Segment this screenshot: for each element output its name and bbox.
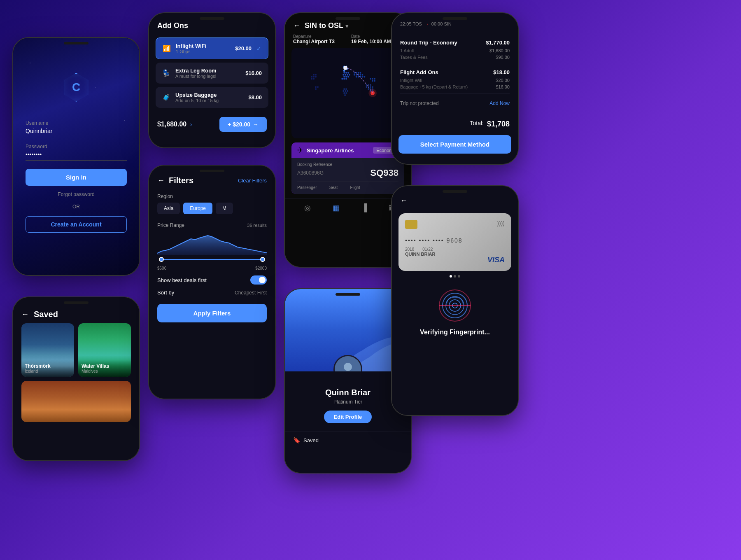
baggage-label: Baggage +5 kg (Depart & Return) — [400, 84, 468, 89]
price-slider-min[interactable] — [159, 257, 164, 262]
saved-item-extra[interactable] — [21, 381, 131, 422]
forgot-password-link[interactable]: Forgot password — [13, 191, 139, 197]
addon-baggage[interactable]: 🧳 Upsize Baggage Add on 5, 10 or 15 kg $… — [156, 87, 268, 108]
svg-point-55 — [370, 90, 371, 92]
saved-bar-label[interactable]: Saved — [303, 437, 319, 443]
price-slider-max[interactable] — [260, 257, 265, 262]
trip-price: $1,770.00 — [486, 40, 510, 46]
flight-map: // Will generate dots via JS below — [291, 48, 404, 138]
svg-point-30 — [372, 80, 373, 82]
wifi-row: Inflight Wifi $20.00 — [392, 77, 518, 84]
addon-next-button[interactable]: + $20.00 → — [219, 117, 267, 132]
addon-wifi-price: $20.00 — [235, 45, 252, 51]
seat-icon: 💺 — [162, 69, 170, 77]
passenger-col: Passenger — [297, 185, 317, 190]
svg-point-29 — [374, 78, 375, 80]
route-dropdown-icon[interactable]: ▾ — [345, 23, 348, 29]
card-meta: 2018 01/22 — [405, 247, 505, 252]
addon-wifi-name: Inflight WiFi — [176, 43, 230, 49]
divider-line-left — [26, 207, 68, 207]
signin-button[interactable]: Sign In — [26, 169, 127, 186]
maldives-country: Maldives — [82, 369, 128, 373]
flight-back-button[interactable]: ← — [293, 21, 301, 30]
fingerprint-label: Verifying Fingerprint... — [400, 329, 510, 336]
clear-filters-button[interactable]: Clear Filters — [238, 177, 267, 184]
addon-chevron: › — [190, 121, 192, 128]
adult-row: 1 Adult $1,680.00 — [392, 47, 518, 54]
svg-point-2 — [347, 72, 349, 74]
addon-wifi[interactable]: 📶 Inflight WiFi 1 Gbps $20.00 ✓ — [156, 37, 268, 59]
saved-grid: Thórsmörk Iceland Water Villas Maldives — [13, 323, 139, 377]
or-text: OR — [72, 204, 80, 210]
svg-point-62 — [311, 78, 312, 80]
saved-extra-row — [13, 377, 139, 422]
phone-payment: ← )))) •••• •••• •••• 9608 2018 01/22 QU… — [391, 185, 519, 416]
svg-point-42 — [343, 92, 345, 94]
card-expiry: 01/22 — [422, 247, 433, 252]
addon-legroom[interactable]: 💺 Extra Leg Room A must for long legs! $… — [156, 63, 268, 84]
asia-dots — [354, 72, 375, 82]
trip-type-label: Round Trip - Economy — [400, 40, 457, 46]
username-field: Username Quinnbriar — [26, 120, 127, 137]
taxes-price: $90.00 — [496, 55, 510, 60]
addon-wifi-check: ✓ — [256, 45, 261, 52]
payment-back-button[interactable]: ← — [400, 196, 408, 205]
svg-point-6 — [349, 74, 350, 76]
addon-total-area: $1,680.00 › — [157, 121, 192, 128]
region-label: Region — [157, 194, 267, 199]
region-asia[interactable]: Asia — [157, 203, 180, 214]
passenger-row: Passenger Seat Flight — [297, 182, 398, 190]
svg-point-0 — [343, 72, 345, 74]
region-europe[interactable]: Europe — [183, 203, 212, 214]
filters-title: Filters — [169, 176, 234, 185]
nav-location-icon[interactable]: ◎ — [304, 203, 311, 212]
username-input[interactable]: Quinnbriar — [26, 128, 127, 137]
nav-ticket-icon[interactable]: ▦ — [333, 203, 340, 212]
card-valid-from: 2018 — [405, 247, 414, 252]
svg-point-65 — [317, 86, 319, 88]
password-input[interactable]: •••••••• — [26, 151, 127, 161]
svg-point-1 — [345, 72, 347, 74]
payment-header: ← — [392, 186, 518, 209]
fingerprint-icon — [438, 289, 471, 322]
slider-track — [164, 259, 260, 260]
phone-login: C Username Quinnbriar Password •••••••• … — [12, 37, 140, 276]
trip-protect-label: Trip not protected — [400, 100, 439, 106]
iceland-country: Iceland — [25, 369, 71, 373]
filter-back-button[interactable]: ← — [157, 176, 165, 185]
airline-name: Singapore Airlines — [307, 147, 354, 154]
svg-point-15 — [358, 72, 359, 74]
svg-point-31 — [374, 80, 375, 82]
map-svg: // Will generate dots via JS below — [291, 48, 404, 138]
price-range-header: Price Range 36 results — [149, 218, 275, 228]
back-button[interactable]: ← — [21, 310, 29, 319]
add-now-link[interactable]: Add Now — [489, 100, 510, 106]
addon-next-arrow: → — [253, 121, 259, 128]
best-deals-toggle[interactable] — [250, 275, 267, 285]
svg-point-37 — [343, 88, 345, 90]
divider1 — [400, 64, 510, 64]
saved-item-maldives[interactable]: Water Villas Maldives — [78, 323, 131, 377]
filters-header: ← Filters Clear Filters — [149, 166, 275, 189]
saved-item-iceland[interactable]: Thórsmörk Iceland — [21, 323, 74, 377]
europe-dots — [341, 72, 350, 80]
total-row: Total: $1,708 — [392, 117, 518, 132]
svg-point-53 — [370, 88, 371, 90]
edit-profile-button[interactable]: Edit Profile — [324, 411, 372, 423]
date-detail: Date 19 Feb, 10:00 AM — [351, 34, 391, 44]
addon-legroom-info: Extra Leg Room A must for long legs! — [175, 68, 240, 79]
nav-chart-icon[interactable]: ▐ — [361, 203, 367, 212]
region-more[interactable]: M — [216, 203, 233, 214]
svg-point-47 — [370, 84, 371, 86]
or-divider: OR — [26, 204, 127, 210]
svg-point-48 — [366, 86, 367, 88]
create-account-button[interactable]: Create an Account — [26, 216, 127, 233]
select-payment-button[interactable]: Select Payment Method — [398, 135, 511, 154]
slider-row — [157, 257, 267, 262]
passenger-label: Passenger — [297, 185, 317, 190]
flight-col: Flight — [350, 185, 360, 190]
africa-dots — [343, 88, 348, 96]
svg-point-60 — [313, 76, 315, 78]
apply-filters-button[interactable]: Apply Filters — [157, 304, 267, 322]
addons-price: $18.00 — [493, 69, 510, 75]
